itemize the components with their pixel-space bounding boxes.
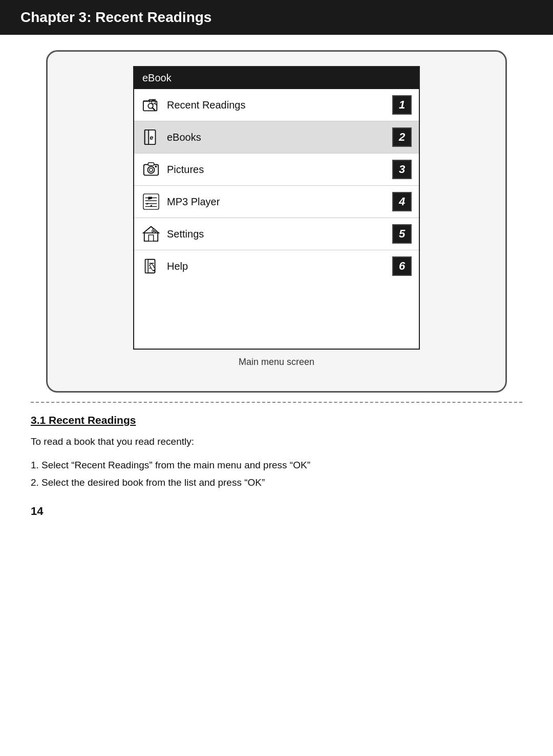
svg-rect-14: [143, 194, 159, 209]
svg-point-13: [155, 165, 157, 167]
menu-item-ebooks[interactable]: e eBooks 2: [134, 121, 419, 154]
menu-item-recent-readings[interactable]: Recent Readings 1: [134, 89, 419, 121]
screen-caption: Main menu screen: [94, 357, 459, 368]
ebook-screen-title: eBook: [134, 67, 419, 89]
menu-item-mp3-number: 4: [392, 192, 412, 211]
section-divider: [31, 402, 522, 403]
screen-empty-area: [134, 282, 419, 349]
menu-item-pictures-number: 3: [392, 160, 412, 179]
svg-text:e: e: [150, 134, 154, 141]
menu-item-settings-number: 5: [392, 224, 412, 244]
svg-rect-20: [148, 235, 153, 241]
ebooks-icon: e: [141, 127, 161, 147]
svg-rect-7: [145, 130, 149, 144]
page-content: eBook: [0, 35, 553, 538]
menu-item-settings[interactable]: Settings 5: [134, 218, 419, 250]
recent-readings-icon: [141, 95, 161, 115]
settings-icon: [141, 224, 161, 244]
menu-item-mp3-label: MP3 Player: [167, 196, 220, 208]
svg-rect-0: [143, 101, 157, 111]
menu-item-pictures-label: Pictures: [167, 164, 204, 176]
section-heading: 3.1 Recent Readings: [31, 414, 522, 426]
ebook-screen: eBook: [133, 66, 420, 350]
menu-item-mp3[interactable]: MP3 Player 4: [134, 186, 419, 218]
menu-item-ebooks-label: eBooks: [167, 132, 201, 143]
step-1: 1. Select “Recent Readings” from the mai…: [31, 458, 522, 473]
svg-rect-25: [145, 260, 148, 273]
menu-item-help[interactable]: Help 6: [134, 250, 419, 282]
svg-rect-12: [148, 163, 154, 166]
help-icon: [141, 256, 161, 276]
device-frame: eBook: [46, 50, 507, 393]
menu-item-settings-label: Settings: [167, 228, 204, 240]
svg-marker-21: [143, 227, 159, 233]
menu-item-pictures[interactable]: Pictures 3: [134, 154, 419, 186]
main-menu-list: Recent Readings 1 e: [134, 89, 419, 282]
section-intro: To read a book that you read recently:: [31, 435, 522, 449]
chapter-title: Chapter 3: Recent Readings: [20, 9, 211, 25]
pictures-icon: [141, 160, 161, 179]
menu-item-help-label: Help: [167, 261, 188, 272]
step-2: 2. Select the desired book from the list…: [31, 475, 522, 490]
section-body: 3.1 Recent Readings To read a book that …: [31, 414, 522, 490]
svg-point-23: [153, 230, 155, 232]
menu-item-help-number: 6: [392, 256, 412, 276]
menu-item-recent-readings-label: Recent Readings: [167, 99, 245, 111]
page-number: 14: [31, 505, 522, 518]
menu-item-recent-readings-number: 1: [392, 95, 412, 115]
menu-item-ebooks-number: 2: [392, 127, 412, 147]
mp3-icon: [141, 192, 161, 211]
steps-list: 1. Select “Recent Readings” from the mai…: [31, 458, 522, 491]
page-header: Chapter 3: Recent Readings: [0, 0, 553, 35]
